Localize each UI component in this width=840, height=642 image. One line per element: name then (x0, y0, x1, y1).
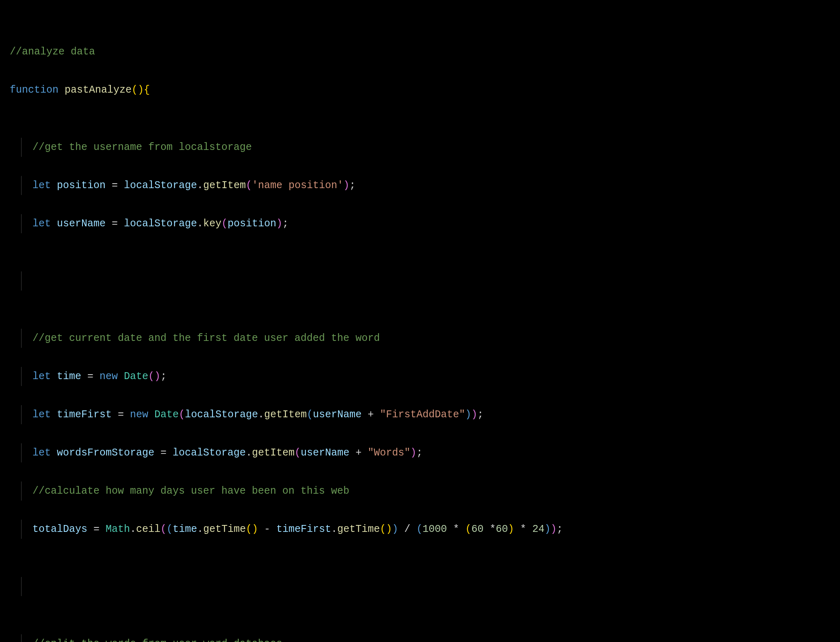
code-line: //calculate how many days user have been… (10, 482, 840, 501)
punct: = (106, 218, 124, 230)
punct: = (87, 523, 106, 535)
punct: ; (282, 218, 288, 230)
method: key (203, 218, 221, 230)
paren: ) (276, 218, 282, 230)
method: getItem (203, 180, 246, 191)
punct: * (483, 523, 496, 535)
classname: Math (106, 523, 130, 535)
paren: () (148, 371, 160, 382)
paren: ( (179, 409, 185, 421)
punct: ; (477, 409, 483, 421)
comment: //calculate how many days user have been… (32, 485, 349, 497)
string: "Words" (368, 447, 410, 459)
code-line: let timeFirst = new Date(localStorage.ge… (10, 405, 840, 424)
keyword-let: let (32, 371, 51, 382)
identifier: time (57, 371, 81, 382)
punct: * (447, 523, 465, 535)
classname: Date (124, 371, 148, 382)
method: getItem (264, 409, 307, 421)
paren: ) (551, 523, 557, 535)
punct: . (197, 180, 203, 191)
paren: ( (416, 523, 422, 535)
identifier: userName (57, 218, 106, 230)
punct: = (106, 180, 124, 191)
identifier: time (173, 523, 197, 535)
punct: = (112, 409, 130, 421)
keyword-function: function (10, 84, 58, 96)
blank-line (10, 271, 840, 291)
brace: { (144, 84, 150, 96)
code-line: totalDays = Math.ceil((time.getTime() - … (10, 520, 840, 539)
paren: ( (294, 447, 301, 459)
punct: ; (416, 447, 422, 459)
code-line: //split the words from user word databas… (10, 634, 840, 642)
punct: + (362, 409, 380, 421)
identifier: totalDays (32, 523, 87, 535)
punct: + (349, 447, 368, 459)
punct: - (258, 523, 276, 535)
code-line: function pastAnalyze(){ (10, 80, 840, 100)
identifier: position (57, 180, 106, 191)
code-line: let time = new Date(); (10, 367, 840, 386)
identifier: timeFirst (57, 409, 112, 421)
paren: ) (465, 409, 471, 421)
number: 1000 (422, 523, 447, 535)
paren: ( (465, 523, 471, 535)
punct: = (154, 447, 173, 459)
punct: = (81, 371, 100, 382)
paren: () (380, 523, 392, 535)
blank-line (10, 577, 840, 596)
code-editor[interactable]: //analyze data function pastAnalyze(){ /… (0, 0, 840, 642)
keyword-let: let (32, 409, 51, 421)
method: getItem (252, 447, 294, 459)
paren: ( (160, 523, 167, 535)
identifier: timeFirst (276, 523, 331, 535)
keyword-let: let (32, 180, 51, 191)
paren: ) (343, 180, 349, 191)
punct: . (130, 523, 136, 535)
punct: * (514, 523, 532, 535)
paren: ) (410, 447, 416, 459)
paren: ) (508, 523, 514, 535)
identifier: localStorage (185, 409, 258, 421)
function-name: pastAnalyze (65, 84, 132, 96)
string: 'name position' (252, 180, 343, 191)
classname: Date (154, 409, 179, 421)
punct: . (258, 409, 264, 421)
punct: ; (160, 371, 167, 382)
identifier: userName (301, 447, 349, 459)
punct: . (197, 218, 203, 230)
paren: ( (307, 409, 313, 421)
paren: ( (167, 523, 173, 535)
number: 60 (496, 523, 508, 535)
number: 60 (471, 523, 483, 535)
paren: ) (471, 409, 477, 421)
code-line: //get current date and the first date us… (10, 329, 840, 348)
paren: ) (392, 523, 398, 535)
identifier: localStorage (124, 218, 197, 230)
code-line: let userName = localStorage.key(position… (10, 214, 840, 233)
identifier: localStorage (173, 447, 246, 459)
code-line: let position = localStorage.getItem('nam… (10, 176, 840, 195)
paren: ( (221, 218, 227, 230)
number: 24 (532, 523, 544, 535)
keyword-let: let (32, 218, 51, 230)
method: ceil (136, 523, 160, 535)
punct: / (398, 523, 416, 535)
paren: () (246, 523, 258, 535)
keyword-new: new (100, 371, 118, 382)
paren: ) (545, 523, 551, 535)
paren: ( (246, 180, 252, 191)
identifier: localStorage (124, 180, 197, 191)
identifier: wordsFromStorage (57, 447, 154, 459)
paren: () (132, 84, 144, 96)
punct: . (331, 523, 337, 535)
punct: ; (557, 523, 563, 535)
identifier: position (227, 218, 276, 230)
punct: . (197, 523, 203, 535)
keyword-new: new (130, 409, 148, 421)
punct: ; (349, 180, 355, 191)
method: getTime (337, 523, 380, 535)
string: "FirstAddDate" (380, 409, 465, 421)
comment: //get the username from localstorage (32, 141, 252, 153)
